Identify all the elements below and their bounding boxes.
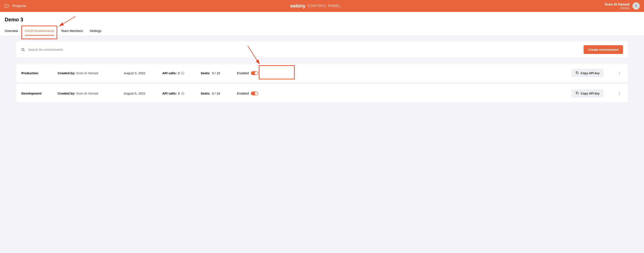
environment-enabled: Enabled	[237, 91, 267, 95]
environment-created-by: Created by: Sven Al Hamad	[58, 71, 122, 75]
enabled-toggle[interactable]	[251, 71, 258, 75]
svg-point-7	[619, 92, 620, 92]
more-menu-button[interactable]	[616, 71, 623, 75]
environment-seats: Seats: 0 / 10	[201, 91, 235, 95]
svg-point-9	[619, 94, 620, 95]
copy-icon	[576, 91, 579, 95]
enabled-toggle[interactable]	[251, 91, 258, 95]
help-icon[interactable]: ?	[181, 92, 184, 95]
environment-seats: Seats: 0 / 10	[201, 71, 235, 75]
environment-name: Production	[21, 71, 56, 75]
svg-point-4	[619, 73, 620, 73]
api-calls-label: API calls:	[162, 91, 177, 95]
environment-created-by: Created by: Sven Al Hamad	[58, 91, 122, 95]
created-by-value: Sven Al Hamad	[76, 91, 98, 95]
seats-value: 0 / 10	[212, 91, 220, 95]
environment-api-calls: API calls: 0 ?	[162, 71, 198, 75]
seats-label: Seats:	[201, 71, 210, 75]
copy-icon	[576, 71, 579, 75]
copy-api-key-button[interactable]: Copy API key	[572, 89, 604, 97]
svg-point-0	[22, 48, 24, 50]
search-row: Create environment	[16, 42, 628, 57]
user-info[interactable]: Sven Al Hamad Webiny	[605, 2, 630, 9]
avatar[interactable]: S	[632, 2, 640, 9]
svg-rect-6	[576, 92, 578, 94]
search-icon	[21, 47, 25, 52]
copy-api-key-button[interactable]: Copy API key	[572, 69, 604, 77]
api-calls-label: API calls:	[162, 71, 177, 75]
more-menu-button[interactable]	[616, 91, 623, 95]
app-header: Projects webiny CONTROL PANEL Sven Al Ha…	[0, 0, 644, 12]
create-environment-button[interactable]: Create environment	[584, 45, 623, 54]
folder-icon	[4, 4, 9, 8]
tab-team-members[interactable]: Team Members	[61, 26, 83, 36]
svg-point-8	[619, 93, 620, 93]
search-input[interactable]	[28, 48, 580, 51]
environment-row: Development Created by: Sven Al Hamad Au…	[16, 84, 628, 102]
environment-api-calls: API calls: 0 ?	[162, 91, 198, 95]
created-by-label: Created by:	[58, 71, 76, 75]
copy-api-key-label: Copy API key	[580, 71, 600, 75]
tab-cicd-environments[interactable]: CI/CD Environments	[25, 26, 54, 36]
api-calls-value: 0	[178, 71, 180, 75]
environment-name: Development	[21, 91, 56, 95]
svg-point-3	[619, 72, 620, 72]
environment-row: Production Created by: Sven Al Hamad Aug…	[16, 64, 628, 82]
environment-date: August 5, 2022	[124, 91, 160, 95]
tab-settings[interactable]: Settings	[90, 26, 102, 36]
svg-point-5	[619, 74, 620, 74]
enabled-label: Enabled	[237, 71, 249, 75]
tabs: Overview CI/CD Environments Team Members…	[5, 26, 639, 36]
created-by-label: Created by:	[58, 91, 76, 95]
projects-link[interactable]: Projects	[12, 4, 26, 8]
page-title: Demo 3	[5, 17, 639, 23]
api-calls-value: 0	[178, 91, 180, 95]
help-icon[interactable]: ?	[181, 71, 184, 75]
svg-line-1	[24, 50, 24, 51]
tab-overview[interactable]: Overview	[5, 26, 18, 36]
enabled-label: Enabled	[237, 91, 249, 95]
user-org: Webiny	[605, 6, 630, 9]
environment-date: August 3, 2022	[124, 71, 160, 75]
created-by-value: Sven Al Hamad	[76, 71, 98, 75]
content: Create environment Production Created by…	[0, 36, 644, 111]
user-name: Sven Al Hamad	[605, 2, 630, 6]
environment-enabled: Enabled	[237, 71, 267, 75]
seats-label: Seats:	[201, 91, 210, 95]
logo: webiny	[290, 3, 305, 9]
copy-api-key-label: Copy API key	[580, 92, 600, 95]
seats-value: 0 / 10	[212, 71, 220, 75]
svg-rect-2	[576, 72, 578, 74]
subheader: Demo 3 Overview CI/CD Environments Team …	[0, 12, 644, 36]
control-panel-label: CONTROL PANEL	[308, 4, 340, 8]
